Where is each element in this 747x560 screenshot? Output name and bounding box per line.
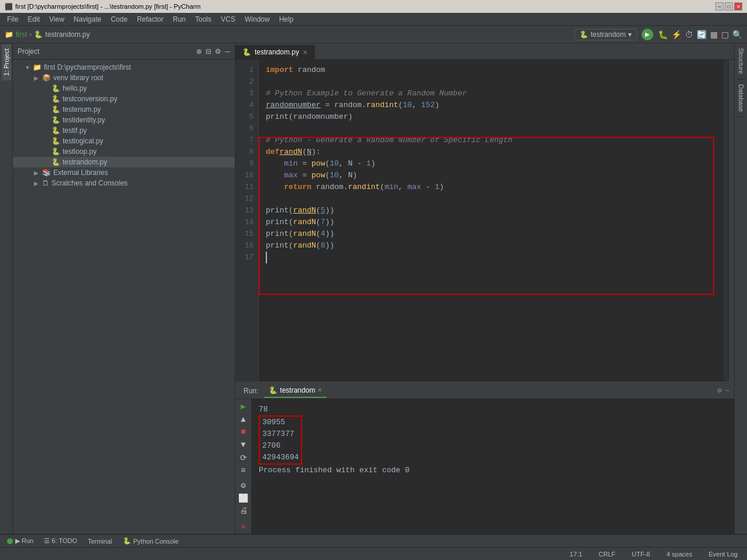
status-line-ending[interactable]: CRLF bbox=[594, 548, 621, 561]
tab-run-testrandom[interactable]: 🐍 testrandom ✕ bbox=[264, 384, 327, 398]
tree-item-first[interactable]: ▼ 📁 first D:\pycharmprojects\first bbox=[13, 62, 235, 73]
tree-label-scratches: Scratches and Consoles bbox=[52, 179, 128, 187]
code-editor[interactable]: 12345 678910 1112131415 1617 import rand… bbox=[235, 60, 734, 382]
run-down-button[interactable]: ▼ bbox=[238, 439, 249, 450]
minimize-button[interactable]: ─ bbox=[715, 2, 724, 11]
py-icon: 🐍 bbox=[52, 147, 60, 156]
footer-tab-terminal[interactable]: Terminal bbox=[83, 535, 117, 548]
minimize-panel-icon[interactable]: ─ bbox=[725, 387, 729, 395]
status-encoding[interactable]: UTF-8 bbox=[627, 548, 655, 561]
update-icon[interactable]: 🔄 bbox=[697, 30, 707, 39]
code-line-17[interactable] bbox=[266, 252, 717, 263]
search-icon[interactable]: 🔍 bbox=[732, 30, 742, 39]
run-config-selector[interactable]: 🐍 testrandom ▾ bbox=[574, 29, 637, 40]
menu-code[interactable]: Code bbox=[106, 13, 132, 25]
status-position[interactable]: 17:1 bbox=[565, 548, 587, 561]
run-rerun-button[interactable]: ⟳ bbox=[238, 452, 249, 463]
tab-database[interactable]: Database bbox=[736, 80, 746, 117]
tree-arrow-scratch: ▶ bbox=[34, 180, 40, 187]
status-event-log[interactable]: Event Log bbox=[704, 548, 742, 561]
run-tab-close[interactable]: ✕ bbox=[317, 387, 322, 393]
tree-item-testloop[interactable]: 🐍 testloop.py bbox=[13, 146, 235, 157]
breadcrumb-separator: › bbox=[29, 30, 32, 39]
menu-refactor[interactable]: Refactor bbox=[132, 13, 168, 25]
profile-icon[interactable]: ⏱ bbox=[685, 30, 693, 39]
tree-item-testlogical[interactable]: 🐍 testlogical.py bbox=[13, 136, 235, 146]
run-play-button[interactable]: ▶ bbox=[238, 401, 249, 412]
vertical-scrollbar[interactable] bbox=[728, 60, 734, 382]
run-close-icon[interactable]: ✕ bbox=[238, 521, 249, 531]
menu-navigate[interactable]: Navigate bbox=[69, 13, 106, 25]
footer-tab-todo[interactable]: ☰ 6: TODO bbox=[39, 535, 82, 548]
collapse-icon[interactable]: ⊟ bbox=[205, 47, 211, 56]
main-layout: 1: Project Project ⊕ ⊟ ⚙ ─ ▼ 📁 first D:\… bbox=[0, 43, 747, 534]
tree-item-hello[interactable]: 🐍 hello.py bbox=[13, 83, 235, 94]
tab-testrandom[interactable]: 🐍 testrandom.py ✕ bbox=[235, 45, 315, 59]
run-settings-icon[interactable]: ⚙ bbox=[238, 480, 249, 491]
editor-tabs: 🐍 testrandom.py ✕ bbox=[235, 43, 734, 60]
tree-item-testenum[interactable]: 🐍 testenum.py bbox=[13, 104, 235, 115]
tab-project[interactable]: 1: Project bbox=[2, 43, 11, 80]
tree-item-external[interactable]: ▶ 📚 External Libraries bbox=[13, 167, 235, 178]
hide-icon[interactable]: ▢ bbox=[721, 30, 729, 39]
py-icon: 🐍 bbox=[52, 137, 60, 145]
tree-label-hello: hello.py bbox=[63, 84, 87, 92]
py-icon: 🐍 bbox=[52, 158, 60, 166]
hide-panel-icon[interactable]: ─ bbox=[225, 47, 230, 56]
run-expand-icon[interactable]: ⬜ bbox=[238, 493, 249, 504]
debug-icon[interactable]: 🐛 bbox=[658, 30, 668, 39]
tree-item-venv[interactable]: ▶ 📦 venv library root bbox=[13, 73, 235, 83]
breadcrumb-project[interactable]: first bbox=[16, 30, 27, 39]
menu-help[interactable]: Help bbox=[275, 13, 299, 25]
footer-run-label: ▶ Run bbox=[15, 537, 33, 545]
tree-item-testif[interactable]: 🐍 testif.py bbox=[13, 125, 235, 136]
tab-close-icon[interactable]: ✕ bbox=[303, 49, 307, 56]
coverage-icon[interactable]: ⚡ bbox=[671, 30, 681, 39]
tree-item-testconversion[interactable]: 🐍 testconversion.py bbox=[13, 94, 235, 104]
status-indent[interactable]: 4 spaces bbox=[662, 548, 697, 561]
left-tabs: 1: Project bbox=[0, 43, 13, 534]
code-line-15: print(randN(4)) bbox=[266, 228, 717, 240]
menu-run[interactable]: Run bbox=[168, 13, 190, 25]
footer-python-label: Python Console bbox=[133, 538, 179, 545]
tree-item-testidentity[interactable]: 🐍 testidentity.py bbox=[13, 115, 235, 125]
menu-edit[interactable]: Edit bbox=[23, 13, 44, 25]
close-button[interactable]: ✕ bbox=[734, 2, 742, 11]
run-up-button[interactable]: ▲ bbox=[238, 414, 249, 425]
run-stop-button[interactable]: ■ bbox=[238, 427, 249, 438]
tree-label-testconversion: testconversion.py bbox=[63, 95, 117, 103]
maximize-button[interactable]: □ bbox=[725, 2, 733, 11]
breadcrumb-file[interactable]: testrandom.py bbox=[45, 30, 90, 39]
settings-icon[interactable]: ⚙ bbox=[215, 47, 221, 56]
run-config-icon: 🐍 bbox=[580, 30, 588, 39]
tree-arrow: ▼ bbox=[25, 64, 30, 71]
tree-label-venv: venv library root bbox=[53, 74, 103, 82]
tree-label-first: first D:\pycharmprojects\first bbox=[44, 63, 131, 71]
run-scroll-button[interactable]: ≡ bbox=[238, 465, 249, 476]
code-line-11: return random.randint(min, max - 1) bbox=[266, 181, 717, 193]
footer-tab-python-console[interactable]: 🐍 Python Console bbox=[118, 535, 184, 548]
code-content[interactable]: import random # Python Example to Genera… bbox=[259, 60, 724, 382]
menu-vcs[interactable]: VCS bbox=[216, 13, 240, 25]
nav-bar: 📁 first › 🐍 testrandom.py 🐍 testrandom ▾… bbox=[0, 26, 747, 43]
run-toolbar: ▶ ▲ ■ ▼ ⟳ ≡ ⚙ ⬜ 🖨 ✕ bbox=[235, 399, 252, 534]
tree-item-scratches[interactable]: ▶ 🗒 Scratches and Consoles bbox=[13, 178, 235, 188]
status-right: 17:1 CRLF UTF-8 4 spaces Event Log bbox=[565, 548, 742, 561]
tab-scview[interactable]: Structure bbox=[736, 43, 746, 80]
run-config-dropdown-icon: ▾ bbox=[628, 30, 632, 39]
sync-icon[interactable]: ⊕ bbox=[196, 47, 202, 56]
menu-view[interactable]: View bbox=[44, 13, 69, 25]
tree-item-testrandom[interactable]: 🐍 testrandom.py bbox=[13, 157, 235, 167]
layout-icon[interactable]: ▦ bbox=[710, 30, 718, 39]
menu-tools[interactable]: Tools bbox=[190, 13, 216, 25]
menu-file[interactable]: File bbox=[2, 13, 23, 25]
tree-label-testif: testif.py bbox=[63, 126, 87, 135]
menu-window[interactable]: Window bbox=[240, 13, 275, 25]
run-print-icon[interactable]: 🖨 bbox=[238, 506, 249, 516]
settings-icon[interactable]: ⚙ bbox=[718, 386, 722, 395]
footer-tab-run[interactable]: ▶ Run bbox=[2, 535, 38, 548]
sidebar-header: Project ⊕ ⊟ ⚙ ─ bbox=[13, 43, 235, 60]
run-config-label: testrandom bbox=[591, 30, 626, 39]
tree-label-testloop: testloop.py bbox=[63, 147, 97, 156]
run-button[interactable]: ▶ bbox=[642, 29, 653, 40]
